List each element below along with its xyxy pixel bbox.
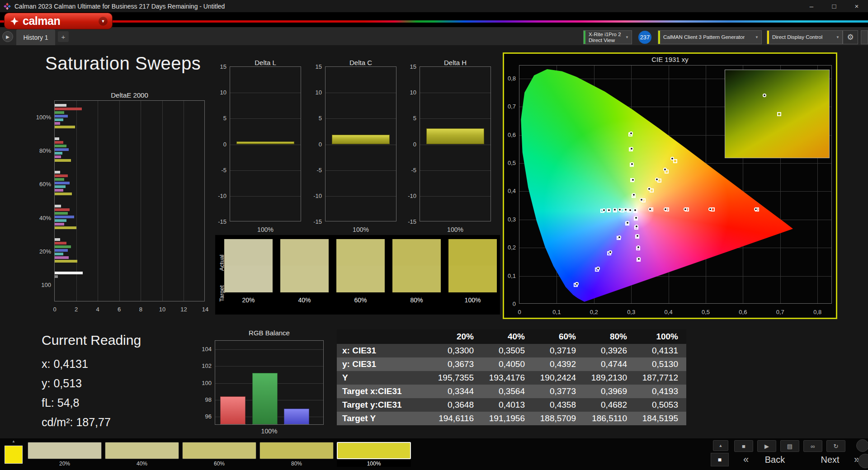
y-tick-label: 0,7: [502, 103, 516, 111]
link-button[interactable]: ∞: [803, 440, 822, 452]
x-tick-label: 0,8: [808, 308, 826, 316]
value-cell: 193,4176: [482, 371, 533, 385]
chart-title: DeltaE 2000: [54, 91, 205, 99]
swatch-label: 20%: [224, 296, 273, 304]
pattern-level-button[interactable]: 20%: [28, 442, 102, 467]
chevron-down-icon[interactable]: ▼: [99, 17, 108, 26]
gridline: [230, 118, 301, 119]
cie-measurement-marker: [633, 208, 637, 212]
y-tick-label: 0,4: [502, 187, 516, 195]
y-tick-label: -10: [403, 192, 416, 200]
cie-measurement-marker: [628, 208, 632, 212]
target-swatch: [336, 266, 385, 292]
x-tick-label: 0,4: [660, 308, 678, 316]
maximize-button[interactable]: □: [823, 0, 845, 12]
cie-chart-panel: CIE 1931 xy 00,10,20,30,40,50,60,70,800,…: [503, 52, 837, 319]
calman-logo-text: calman: [23, 14, 60, 28]
y-tick-label: 40%: [28, 214, 51, 222]
reading-x: x: 0,4131: [42, 354, 141, 374]
cie-measurement-marker: [648, 207, 652, 211]
actual-swatch: [448, 239, 497, 266]
delta-l-chart: 151050-5-10-15: [230, 66, 301, 221]
pattern-level-button[interactable]: 80%: [259, 442, 334, 467]
header-bar: [0, 12, 868, 27]
bottom-bar: ▲ 20%40%60%80%100% ▲ ■▶▤∞↻ ■ « Back Next…: [0, 438, 868, 470]
value-cell: 0,3926: [584, 344, 635, 357]
swatch-column: 80%: [392, 239, 441, 304]
deltae-bar: [55, 249, 68, 252]
layout-square-button[interactable]: ■: [711, 453, 729, 466]
minimize-button[interactable]: –: [800, 0, 823, 12]
cie-measurement-marker: [596, 267, 600, 270]
page-title: Saturation Sweeps: [45, 53, 201, 74]
tab-scroll-button[interactable]: ▶: [2, 31, 13, 42]
pattern-level-button[interactable]: 100%: [337, 442, 411, 467]
cie-inset-measurement-marker: [763, 94, 766, 97]
chevron-left-icon[interactable]: «: [740, 453, 752, 466]
table-header-cell: 40%: [482, 329, 533, 344]
close-button[interactable]: ×: [845, 0, 868, 12]
pattern-swatch: [105, 442, 179, 459]
meter-dropdown[interactable]: X-Rite i1Pro 2 Direct View ▼: [583, 30, 632, 44]
measurement-count-badge[interactable]: 237: [638, 31, 651, 44]
deltae-bar: [55, 238, 60, 241]
cie-plot-area: 00,10,20,30,40,50,60,70,800,10,20,30,40,…: [519, 65, 832, 304]
rgb-balance-chart: 1041021009896: [215, 340, 324, 425]
pattern-level-button[interactable]: 60%: [182, 442, 256, 467]
gridline: [215, 366, 323, 367]
x-axis-label: 100%: [325, 226, 396, 233]
value-cell: 186,5110: [584, 412, 635, 425]
table-row: y: CIE310,36730,40500,43920,47440,5130: [337, 357, 686, 371]
back-button[interactable]: Back: [753, 453, 797, 466]
gridline: [141, 101, 141, 301]
x-tick-label: 14: [196, 306, 214, 314]
circle-button-top[interactable]: [856, 439, 868, 452]
meter-name: X-Rite i1Pro 2: [589, 32, 621, 38]
row-label-cell: y: CIE31: [337, 357, 431, 371]
green-bar: [252, 373, 278, 424]
add-tab-button[interactable]: +: [58, 31, 69, 42]
blue-bar: [284, 409, 309, 425]
cie-measurement-marker: [602, 208, 606, 212]
value-cell: 0,4013: [482, 398, 533, 412]
pattern-level-button[interactable]: 40%: [105, 442, 179, 467]
deltae-bar: [55, 212, 68, 215]
x-tick-label: 8: [132, 306, 150, 314]
play-button[interactable]: ▶: [757, 440, 776, 452]
delta-c-chart: 151050-5-10-15: [325, 66, 396, 221]
gridline: [420, 93, 491, 93]
gridline: [230, 93, 301, 93]
collapse-chevron-icon[interactable]: ▲: [6, 438, 21, 444]
value-cell: 0,4744: [584, 357, 635, 371]
settings-gear-button[interactable]: ⚙: [843, 30, 858, 44]
next-button[interactable]: Next: [810, 453, 850, 466]
calman-logo-menu[interactable]: calman ▼: [5, 13, 112, 29]
chevron-up-button[interactable]: ▲: [713, 440, 728, 451]
toolbar-overflow-button[interactable]: [861, 30, 868, 44]
pattern-swatch: [259, 442, 334, 459]
save-button[interactable]: ▤: [780, 440, 799, 452]
pattern-label: 20%: [28, 459, 102, 467]
y-tick-label: -5: [308, 166, 322, 174]
row-label-cell: Target x:CIE31: [337, 385, 431, 398]
table-corner-cell: [337, 329, 431, 344]
window-controls: – □ ×: [800, 0, 868, 12]
gridline: [326, 118, 396, 119]
display-control-dropdown[interactable]: Direct Display Control ▼: [767, 30, 843, 44]
row-label-cell: Target y:CIE31: [337, 398, 431, 412]
current-reading-title: Current Reading: [42, 333, 141, 348]
calman-logo-icon: [10, 17, 19, 26]
refresh-button[interactable]: ↻: [826, 440, 845, 452]
gridline: [184, 101, 184, 301]
y-tick-label: 0: [502, 300, 516, 308]
meter-mode: Direct View: [589, 38, 621, 43]
y-tick-label: 0,5: [502, 159, 516, 167]
value-cell: 0,3564: [482, 385, 533, 398]
pattern-generator-dropdown[interactable]: CalMAN Client 3 Pattern Generator ▼: [658, 30, 762, 44]
target-swatch: [392, 266, 441, 292]
tab-history-1[interactable]: History 1: [16, 29, 55, 45]
stop-button[interactable]: ■: [734, 440, 753, 452]
x-tick-label: 0,3: [622, 308, 640, 316]
cie-measurement-marker: [708, 207, 712, 211]
swatch-label: 60%: [336, 296, 385, 304]
